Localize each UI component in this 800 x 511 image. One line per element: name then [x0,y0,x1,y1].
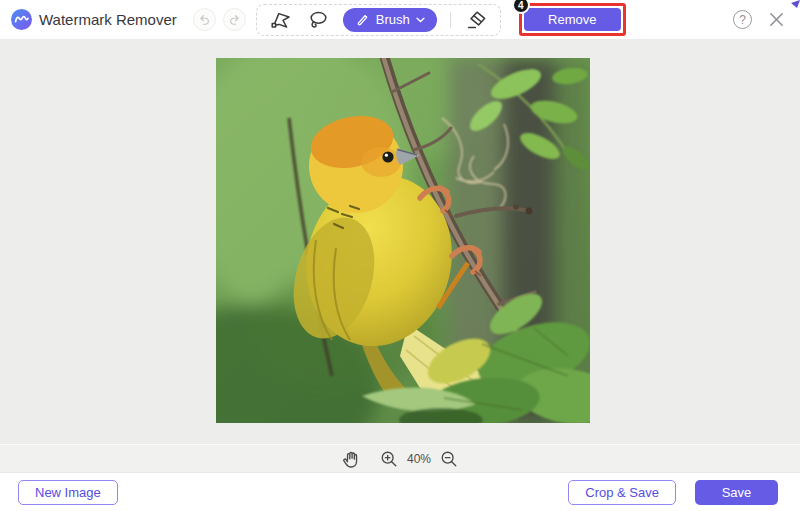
editor-canvas[interactable] [0,40,800,444]
mouse-cursor-artifact [791,0,800,8]
zoom-level-label: 40% [407,452,431,466]
remove-button-annotation: 4 Remove [519,3,626,36]
hand-pan-button[interactable] [340,448,362,470]
lasso-tool-button[interactable] [306,8,330,32]
help-button[interactable]: ? [733,10,752,29]
top-toolbar: Watermark Remover [0,0,800,40]
zoom-out-icon [440,450,458,468]
crop-and-save-button[interactable]: Crop & Save [568,480,676,505]
canvas-image[interactable] [216,58,590,423]
eraser-icon [465,9,487,31]
selection-tool-group: Brush [256,4,501,36]
new-image-button[interactable]: New Image [18,480,118,505]
question-mark-icon: ? [739,14,746,26]
close-button[interactable] [766,10,786,30]
bottom-action-bar: New Image Crop & Save Save [0,472,800,511]
redo-button[interactable] [223,8,246,31]
hand-pan-icon [341,449,361,469]
polygon-lasso-tool-button[interactable] [269,8,293,32]
canvas-zoom-bar: 40% [0,444,800,472]
zoom-in-button[interactable] [378,448,400,470]
close-icon [768,11,785,28]
undo-button[interactable] [193,8,216,31]
brush-icon [355,12,370,27]
undo-arrow-icon [197,12,212,27]
zoom-out-button[interactable] [438,448,460,470]
page-title: Watermark Remover [39,11,177,28]
app-logo-icon [10,8,33,31]
redo-arrow-icon [227,12,242,27]
zoom-in-icon [380,450,398,468]
chevron-down-icon [416,17,425,23]
toolbar-divider [450,12,451,28]
polygon-lasso-icon [270,9,292,31]
lasso-icon [307,9,329,31]
remove-button[interactable]: Remove [524,8,621,31]
save-button[interactable]: Save [695,480,778,505]
eraser-tool-button[interactable] [464,8,488,32]
brush-label: Brush [376,12,410,27]
brush-tool-button[interactable]: Brush [343,8,437,32]
